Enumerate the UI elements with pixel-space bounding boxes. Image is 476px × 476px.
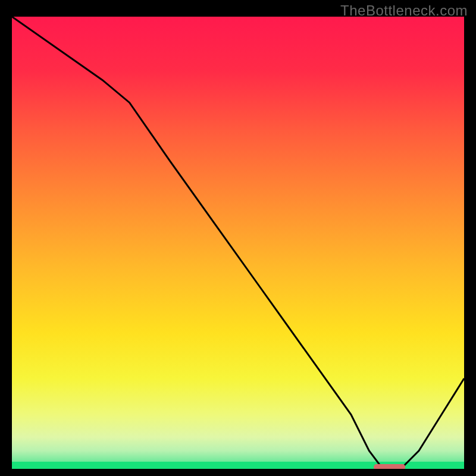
chart-container: TheBottleneck.com [0,0,476,476]
optimal-marker [374,464,405,469]
watermark-label: TheBottleneck.com [340,2,468,19]
plot-frame [12,17,464,469]
plot-svg [12,17,464,469]
plot-background [12,17,464,469]
